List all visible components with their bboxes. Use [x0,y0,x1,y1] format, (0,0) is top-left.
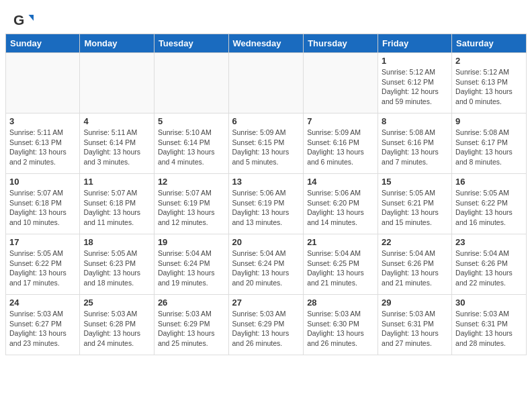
day-info: Sunrise: 5:12 AM Sunset: 6:12 PM Dayligh… [382,67,448,107]
logo: G [13,11,36,31]
day-number: 27 [232,298,300,308]
week-row: 17Sunrise: 5:05 AM Sunset: 6:22 PM Dayli… [6,234,527,295]
calendar-cell: 19Sunrise: 5:04 AM Sunset: 6:24 PM Dayli… [154,234,228,295]
day-number: 11 [83,177,150,187]
calendar-cell [80,53,154,113]
calendar-cell: 9Sunrise: 5:08 AM Sunset: 6:17 PM Daylig… [452,113,527,174]
calendar-cell: 25Sunrise: 5:03 AM Sunset: 6:28 PM Dayli… [80,295,154,355]
calendar-cell: 22Sunrise: 5:04 AM Sunset: 6:26 PM Dayli… [378,234,452,295]
weekday-header: Friday [378,34,452,53]
day-info: Sunrise: 5:03 AM Sunset: 6:29 PM Dayligh… [232,309,300,349]
day-info: Sunrise: 5:04 AM Sunset: 6:24 PM Dayligh… [158,248,225,288]
day-number: 15 [382,177,448,187]
day-info: Sunrise: 5:05 AM Sunset: 6:21 PM Dayligh… [382,188,448,228]
calendar-cell [154,53,228,113]
day-number: 30 [455,298,523,308]
calendar-cell: 29Sunrise: 5:03 AM Sunset: 6:31 PM Dayli… [378,295,452,355]
day-info: Sunrise: 5:04 AM Sunset: 6:25 PM Dayligh… [307,248,374,288]
day-number: 13 [232,177,300,187]
day-info: Sunrise: 5:06 AM Sunset: 6:19 PM Dayligh… [232,188,300,228]
calendar-cell: 30Sunrise: 5:03 AM Sunset: 6:31 PM Dayli… [452,295,527,355]
calendar-cell: 16Sunrise: 5:05 AM Sunset: 6:22 PM Dayli… [452,174,527,234]
day-info: Sunrise: 5:07 AM Sunset: 6:18 PM Dayligh… [9,188,76,228]
day-info: Sunrise: 5:03 AM Sunset: 6:27 PM Dayligh… [9,309,76,349]
day-number: 12 [158,177,225,187]
calendar-cell: 2Sunrise: 5:12 AM Sunset: 6:13 PM Daylig… [452,53,527,113]
calendar-cell: 24Sunrise: 5:03 AM Sunset: 6:27 PM Dayli… [6,295,80,355]
calendar-cell: 15Sunrise: 5:05 AM Sunset: 6:21 PM Dayli… [378,174,452,234]
day-number: 28 [307,298,374,308]
day-number: 5 [158,116,225,126]
day-info: Sunrise: 5:05 AM Sunset: 6:22 PM Dayligh… [455,188,523,228]
day-number: 10 [9,177,76,187]
weekday-header: Saturday [452,34,527,53]
day-info: Sunrise: 5:09 AM Sunset: 6:16 PM Dayligh… [307,128,374,167]
calendar-cell: 18Sunrise: 5:05 AM Sunset: 6:23 PM Dayli… [80,234,154,295]
calendar-cell: 14Sunrise: 5:06 AM Sunset: 6:20 PM Dayli… [304,174,378,234]
day-info: Sunrise: 5:04 AM Sunset: 6:26 PM Dayligh… [382,248,448,288]
calendar-cell: 20Sunrise: 5:04 AM Sunset: 6:24 PM Dayli… [228,234,304,295]
week-row: 24Sunrise: 5:03 AM Sunset: 6:27 PM Dayli… [6,295,527,355]
calendar-cell: 1Sunrise: 5:12 AM Sunset: 6:12 PM Daylig… [378,53,452,113]
calendar-cell: 21Sunrise: 5:04 AM Sunset: 6:25 PM Dayli… [304,234,378,295]
day-info: Sunrise: 5:03 AM Sunset: 6:29 PM Dayligh… [158,309,225,349]
day-number: 2 [455,56,523,66]
svg-text:G: G [13,12,24,28]
day-info: Sunrise: 5:05 AM Sunset: 6:22 PM Dayligh… [9,248,76,288]
day-info: Sunrise: 5:11 AM Sunset: 6:13 PM Dayligh… [9,128,76,167]
day-info: Sunrise: 5:10 AM Sunset: 6:14 PM Dayligh… [158,128,225,167]
day-number: 26 [158,298,225,308]
weekday-header: Tuesday [154,34,228,53]
calendar-cell: 7Sunrise: 5:09 AM Sunset: 6:16 PM Daylig… [304,113,378,174]
day-number: 6 [232,116,300,126]
day-info: Sunrise: 5:11 AM Sunset: 6:14 PM Dayligh… [83,128,150,167]
day-info: Sunrise: 5:03 AM Sunset: 6:30 PM Dayligh… [307,309,374,349]
calendar-cell: 6Sunrise: 5:09 AM Sunset: 6:15 PM Daylig… [228,113,304,174]
calendar-cell: 23Sunrise: 5:04 AM Sunset: 6:26 PM Dayli… [452,234,527,295]
day-number: 21 [307,237,374,247]
day-info: Sunrise: 5:04 AM Sunset: 6:24 PM Dayligh… [232,248,300,288]
svg-marker-1 [29,15,34,21]
day-info: Sunrise: 5:06 AM Sunset: 6:20 PM Dayligh… [307,188,374,228]
calendar-cell: 17Sunrise: 5:05 AM Sunset: 6:22 PM Dayli… [6,234,80,295]
day-info: Sunrise: 5:08 AM Sunset: 6:17 PM Dayligh… [455,128,523,167]
day-number: 17 [9,237,76,247]
calendar-cell: 12Sunrise: 5:07 AM Sunset: 6:19 PM Dayli… [154,174,228,234]
logo-icon: G [13,11,34,31]
day-number: 4 [83,116,150,126]
week-row: 1Sunrise: 5:12 AM Sunset: 6:12 PM Daylig… [6,53,527,113]
day-number: 19 [158,237,225,247]
day-info: Sunrise: 5:05 AM Sunset: 6:23 PM Dayligh… [83,248,150,288]
day-info: Sunrise: 5:07 AM Sunset: 6:19 PM Dayligh… [158,188,225,228]
calendar-cell: 5Sunrise: 5:10 AM Sunset: 6:14 PM Daylig… [154,113,228,174]
day-number: 1 [382,56,448,66]
day-number: 29 [382,298,448,308]
day-number: 22 [382,237,448,247]
weekday-header: Monday [80,34,154,53]
weekday-header: Wednesday [228,34,304,53]
day-info: Sunrise: 5:12 AM Sunset: 6:13 PM Dayligh… [455,67,523,107]
day-info: Sunrise: 5:03 AM Sunset: 6:31 PM Dayligh… [455,309,523,349]
day-number: 7 [307,116,374,126]
day-number: 14 [307,177,374,187]
page-header: G [0,0,532,34]
calendar-cell: 28Sunrise: 5:03 AM Sunset: 6:30 PM Dayli… [304,295,378,355]
day-number: 9 [455,116,523,126]
week-row: 10Sunrise: 5:07 AM Sunset: 6:18 PM Dayli… [6,174,527,234]
weekday-header: Thursday [304,34,378,53]
day-number: 3 [9,116,76,126]
day-number: 24 [9,298,76,308]
calendar-cell: 10Sunrise: 5:07 AM Sunset: 6:18 PM Dayli… [6,174,80,234]
day-number: 16 [455,177,523,187]
day-info: Sunrise: 5:03 AM Sunset: 6:31 PM Dayligh… [382,309,448,349]
calendar-container: SundayMondayTuesdayWednesdayThursdayFrid… [0,34,532,361]
calendar-cell [6,53,80,113]
day-number: 8 [382,116,448,126]
day-number: 25 [83,298,150,308]
calendar-cell [228,53,304,113]
week-row: 3Sunrise: 5:11 AM Sunset: 6:13 PM Daylig… [6,113,527,174]
day-number: 20 [232,237,300,247]
day-info: Sunrise: 5:07 AM Sunset: 6:18 PM Dayligh… [83,188,150,228]
day-info: Sunrise: 5:04 AM Sunset: 6:26 PM Dayligh… [455,248,523,288]
day-info: Sunrise: 5:09 AM Sunset: 6:15 PM Dayligh… [232,128,300,167]
